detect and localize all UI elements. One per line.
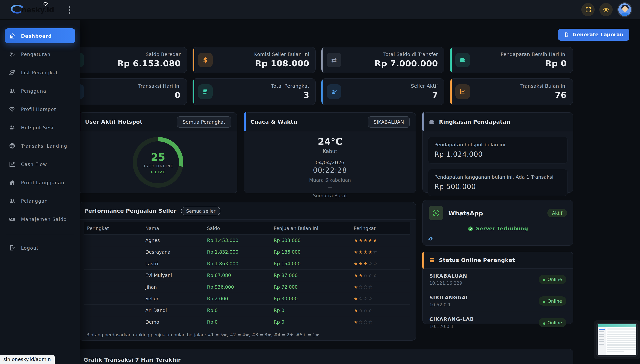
sidebar-item-profil-langganan[interactable]: Profil Langganan	[5, 175, 75, 190]
stat-card-saldo-beredar[interactable]: Saldo Beredar Rp 6.153.080	[64, 47, 187, 73]
gear-icon	[9, 51, 16, 58]
generate-report-button[interactable]: Generate Laporan	[558, 29, 629, 41]
hotspot-card-title: User Aktif Hotspot	[85, 119, 142, 125]
weather-condition: Kabut	[244, 148, 416, 154]
online-badge: Online	[538, 275, 566, 284]
sidebar-item-dashboard[interactable]: Dashboard	[5, 28, 75, 43]
seller-table-row[interactable]: Desrayana Rp 1.832.000 Rp 186.000 ★★★★☆	[84, 246, 410, 258]
seller-table-row[interactable]: Seller Rp 2.000 Rp 30.000 ★☆☆☆	[84, 293, 410, 304]
wifi-icon	[9, 106, 16, 113]
star-rating: ★★★★★	[354, 238, 378, 243]
chart-area-icon	[455, 84, 470, 99]
transactions-chart-card: Grafik Transaksi 7 Hari Terakhir	[74, 349, 573, 364]
sidebar: Dashboard Pengaturan List Perangkat Peng…	[0, 20, 80, 364]
weather-card-title: Cuaca & Waktu	[250, 119, 297, 125]
seller-filter-pill[interactable]: Semua seller	[181, 206, 220, 215]
chart-line-icon	[9, 161, 16, 168]
seller-performance-card: Performance Penjualan Seller Semua selle…	[79, 202, 416, 341]
sidebar-item-logout[interactable]: Logout	[5, 240, 75, 255]
server-icon	[198, 84, 213, 99]
hotspot-income-box: Pendapatan hotspot bulan ini Rp 1.024.00…	[428, 137, 568, 164]
route-icon	[9, 69, 16, 76]
weather-region: Sumatra Barat	[244, 193, 416, 198]
fullscreen-button[interactable]	[581, 3, 595, 16]
wallet-icon	[429, 119, 435, 125]
users-icon	[9, 197, 16, 204]
income-summary-card: Ringkasan Pendapatan Pendapatan hotspot …	[422, 112, 573, 193]
income-card-title: Ringkasan Pendapatan	[439, 119, 510, 125]
seller-table-row[interactable]: Ari Dandi Rp 0 Rp 0 ★☆☆☆	[84, 304, 410, 316]
device-row: SIKABALUAN 10.121.16.229 Online	[423, 269, 573, 290]
star-rating: ★	[354, 284, 358, 290]
whatsapp-settings-gear-icon[interactable]	[428, 236, 573, 243]
wallet-icon	[455, 53, 470, 67]
sun-icon	[603, 6, 609, 13]
sidebar-item-pengguna[interactable]: Pengguna	[5, 83, 75, 98]
star-rating: ★★★★	[354, 249, 373, 255]
whatsapp-icon	[429, 206, 443, 220]
sidebar-item-cash-flow[interactable]: Cash Flow	[5, 157, 75, 172]
users-online-donut-chart: 25 USER ONLINE LIVE	[133, 137, 183, 188]
star-rating: ★	[354, 319, 358, 325]
seller-table-row[interactable]: Lastri Rp 1.863.000 Rp 154.000 ★★★☆☆	[84, 258, 410, 270]
transfer-icon: ⇄	[327, 53, 341, 67]
check-circle-icon	[468, 226, 473, 232]
stat-card-komisi-seller[interactable]: $ Komisi Seller Bulan Ini Rp 108.000	[192, 47, 316, 73]
weather-card: Cuaca & Waktu SIKABALUAN 24°C Kabut 04/0…	[244, 112, 416, 193]
sidebar-divider	[6, 235, 74, 235]
device-row: SIRILANGGAI 10.52.0.1 Online	[423, 290, 573, 312]
sidebar-item-pelanggan[interactable]: Pelanggan	[5, 193, 75, 208]
server-icon	[429, 257, 435, 263]
seller-table-row[interactable]: Agnes Rp 1.453.000 Rp 603.000 ★★★★★	[84, 234, 410, 246]
weather-place: Muara Sikabaluan	[244, 177, 416, 183]
dashboard-preview-thumbnail	[594, 320, 640, 359]
seller-table-row[interactable]: Evi Mulyani Rp 67.080 Rp 87.000 ★★☆☆☆	[84, 270, 410, 281]
sidebar-item-list-perangkat[interactable]: List Perangkat	[5, 65, 75, 80]
user-avatar[interactable]	[617, 2, 632, 17]
users-icon	[9, 87, 16, 94]
brand-logo[interactable]: nesky.id	[9, 5, 54, 15]
kebab-menu-icon[interactable]	[69, 6, 70, 14]
sidebar-item-profil-hotspot[interactable]: Profil Hotspot	[5, 102, 75, 117]
whatsapp-status-badge: Aktif	[547, 209, 567, 217]
home-icon	[9, 32, 16, 39]
star-rating: ★	[354, 308, 358, 313]
sidebar-item-pengaturan[interactable]: Pengaturan	[5, 47, 75, 62]
hand-dollar-icon: $	[198, 53, 213, 67]
stats-row-2: Transaksi Hari Ini 0 Total Perangkat 3	[64, 78, 573, 105]
live-indicator: LIVE	[150, 170, 165, 174]
sidebar-item-manajemen-saldo[interactable]: Manajemen Saldo	[5, 212, 75, 227]
stat-card-total-perangkat[interactable]: Total Perangkat 3	[192, 78, 316, 105]
temperature-value: 24°C	[244, 136, 416, 147]
subscription-income-box: Pendapatan langganan bulan ini. Ada 1 Tr…	[428, 169, 568, 196]
seller-table-row[interactable]: Demo Rp 0 Rp 0 ★☆☆☆	[84, 316, 410, 328]
star-rating: ★★	[354, 273, 363, 278]
wifi-icon	[42, 2, 49, 7]
stats-row-1: Saldo Beredar Rp 6.153.080 $ Komisi Sell…	[64, 47, 573, 73]
globe-icon	[9, 142, 16, 149]
dashboard-page: nesky.id	[0, 0, 640, 364]
stat-card-transaksi-bulan-ini[interactable]: Transaksi Bulan Ini 76	[450, 78, 573, 105]
seller-table-row[interactable]: Jihan Rp 936.000 Rp 72.000 ★☆☆☆	[84, 281, 410, 293]
user-check-icon	[327, 84, 341, 99]
sidebar-item-transaksi-landing[interactable]: Transaksi Landing	[5, 138, 75, 153]
clock-value: 00:22:28	[244, 166, 416, 174]
sidebar-item-hotspot-sesi[interactable]: Hotspot Sesi	[5, 120, 75, 135]
date-value: 04/04/2026	[244, 160, 416, 166]
theme-toggle-button[interactable]	[599, 3, 613, 16]
device-filter-select[interactable]: Semua Perangkat	[177, 116, 231, 128]
stat-card-pendapatan-bersih[interactable]: Pendapatan Bersih Hari Ini Rp 0	[450, 47, 573, 73]
device-status-title: Status Online Perangkat	[439, 257, 515, 263]
stat-card-transaksi-hari-ini[interactable]: Transaksi Hari Ini 0	[64, 78, 187, 105]
fullscreen-icon	[585, 6, 591, 13]
home-icon	[9, 179, 16, 186]
star-rating: ★	[354, 296, 358, 301]
seller-table: Peringkat Nama Saldo Penjualan Bulan Ini…	[84, 222, 410, 328]
stat-card-seller-aktif[interactable]: Seller Aktif 7	[321, 78, 444, 105]
star-rating: ★★★	[354, 261, 368, 266]
whatsapp-card: WhatsApp Aktif Server Terhubung	[422, 200, 573, 246]
transactions-chart-title: Grafik Transaksi 7 Hari Terakhir	[74, 349, 573, 363]
device-row: CIKARANG-LAB 10.120.0.1 Online	[423, 312, 573, 333]
stat-card-saldo-transfer[interactable]: ⇄ Total Saldo di Transfer Rp 7.000.000	[321, 47, 444, 73]
weather-location-select[interactable]: SIKABALUAN	[368, 116, 410, 128]
